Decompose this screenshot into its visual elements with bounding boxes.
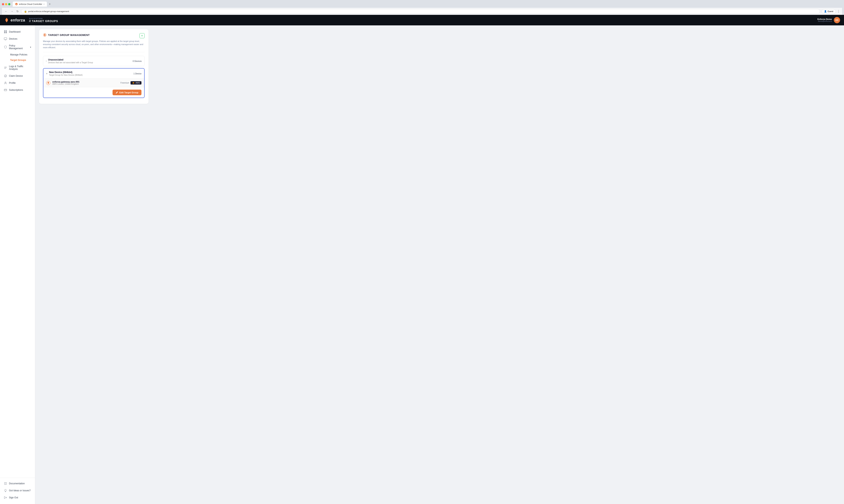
browser-nav-bar: ← → ↻ 🔒 portal.enforza.io/target-group-m… bbox=[2, 8, 842, 15]
guest-button[interactable]: 👤 Guest bbox=[822, 9, 836, 14]
browser-chrome: E enforza Cloud Controller × + ← → ↻ 🔒 p… bbox=[0, 0, 844, 15]
new-tab-button[interactable]: + bbox=[48, 2, 52, 6]
lightbulb-icon bbox=[4, 489, 7, 492]
svg-rect-5 bbox=[6, 32, 7, 33]
aws-label: AWS bbox=[136, 82, 140, 84]
device-location: AWS London, United Kingdom bbox=[52, 83, 121, 85]
main-layout: Dashboard Devices Policy Man bbox=[0, 25, 844, 504]
user-icon bbox=[4, 82, 7, 85]
back-button[interactable]: ← bbox=[4, 10, 8, 13]
monitor-icon bbox=[4, 37, 7, 40]
claim-icon bbox=[4, 74, 7, 77]
sidebar-item-manage-policies[interactable]: Manage Policies bbox=[8, 52, 33, 57]
close-window-button[interactable] bbox=[2, 3, 4, 5]
chevron-down-icon: ∨ bbox=[46, 72, 48, 75]
user-email: demo@enforza.io bbox=[817, 20, 832, 22]
manage-policies-label: Manage Policies bbox=[10, 53, 27, 56]
svg-rect-14 bbox=[4, 89, 7, 91]
tg-unassociated-sub: Devices that are not associated with a T… bbox=[48, 61, 93, 64]
target-group-card: TARGET GROUP MANAGEMENT + Manage your de… bbox=[39, 29, 149, 104]
chevron-down-icon: ▾ bbox=[30, 46, 31, 48]
sidebar-sub-policy: Manage Policies Target Groups bbox=[2, 52, 33, 63]
sidebar: Dashboard Devices Policy Man bbox=[0, 25, 35, 504]
tab-favicon-icon: E bbox=[15, 3, 18, 5]
tab-close-button[interactable]: × bbox=[44, 3, 45, 5]
nav-left: enforza NAVIGATION // TARGET GROUPS bbox=[4, 17, 58, 23]
card-title-row: TARGET GROUP MANAGEMENT bbox=[43, 33, 90, 37]
active-tab[interactable]: E enforza Cloud Controller × bbox=[13, 2, 47, 7]
tg-unassociated-info: Unassociated Devices that are not associ… bbox=[48, 58, 93, 64]
edit-target-group-label: Edit Target Group bbox=[119, 91, 138, 94]
credit-card-icon bbox=[4, 88, 7, 92]
sidebar-item-logs[interactable]: Logs & Traffic Analysis bbox=[2, 63, 33, 72]
sidebar-policy-label: Policy Management bbox=[9, 44, 28, 50]
chevron-right-icon: › bbox=[46, 60, 47, 62]
sidebar-logs-label: Logs & Traffic Analysis bbox=[9, 65, 31, 70]
device-flame-icon bbox=[46, 81, 50, 85]
sidebar-documentation-label: Documentation bbox=[9, 482, 25, 485]
tg-new-device-name: New Device (084bb4) bbox=[49, 71, 83, 74]
top-nav: enforza NAVIGATION // TARGET GROUPS Enfo… bbox=[0, 15, 844, 25]
sidebar-item-claim-device[interactable]: Claim Device bbox=[2, 73, 33, 79]
sidebar-profile-label: Profile bbox=[9, 82, 16, 84]
sidebar-bottom: Documentation Got Ideas or Issues? bbox=[0, 478, 35, 501]
tg-unassociated-name: Unassociated bbox=[48, 58, 93, 61]
tg-new-device-badge: 1 Device bbox=[134, 72, 141, 75]
card-description: Manage your devices by associating them … bbox=[43, 40, 144, 52]
sidebar-item-subscriptions[interactable]: Subscriptions bbox=[2, 87, 33, 93]
user-avatar[interactable]: ED bbox=[834, 17, 840, 23]
nav-label: NAVIGATION bbox=[29, 18, 58, 19]
app-container: enforza NAVIGATION // TARGET GROUPS Enfo… bbox=[0, 15, 844, 504]
traffic-lights bbox=[2, 3, 10, 5]
maximize-window-button[interactable] bbox=[8, 3, 10, 5]
logo[interactable]: enforza bbox=[4, 17, 25, 23]
refresh-button[interactable]: ↻ bbox=[16, 10, 19, 13]
sidebar-item-policy-management[interactable]: Policy Management ▾ bbox=[2, 42, 33, 52]
edit-target-group-button[interactable]: Edit Target Group bbox=[113, 90, 141, 95]
nav-page-title: // TARGET GROUPS bbox=[29, 19, 58, 23]
sidebar-item-feedback[interactable]: Got Ideas or Issues? bbox=[2, 487, 33, 494]
sidebar-subscriptions-label: Subscriptions bbox=[9, 89, 23, 91]
svg-rect-3 bbox=[6, 31, 7, 32]
tab-title: enforza Cloud Controller bbox=[19, 3, 42, 5]
target-groups-label: Target Groups bbox=[10, 59, 26, 61]
content-area: TARGET GROUP MANAGEMENT + Manage your de… bbox=[35, 25, 844, 504]
more-options-button[interactable]: ⋮ bbox=[837, 10, 840, 13]
secure-icon: 🔒 bbox=[24, 10, 27, 13]
sidebar-item-dashboard[interactable]: Dashboard bbox=[2, 29, 33, 35]
sidebar-item-signout[interactable]: Sign Out bbox=[2, 494, 33, 501]
sidebar-signout-label: Sign Out bbox=[9, 496, 18, 499]
forward-button[interactable]: → bbox=[10, 10, 14, 13]
shield-icon bbox=[4, 46, 7, 49]
sidebar-item-profile[interactable]: Profile bbox=[2, 79, 33, 86]
tg-unassociated-badge: 0 Devices bbox=[133, 60, 142, 62]
sidebar-feedback-label: Got Ideas or Issues? bbox=[9, 489, 31, 492]
device-tier-badge: Freemium bbox=[121, 82, 129, 84]
card-title: TARGET GROUP MANAGEMENT bbox=[48, 34, 90, 36]
target-group-new-device: ∨ New Device (084bb4) Target Group for N… bbox=[43, 68, 144, 98]
svg-rect-2 bbox=[4, 31, 5, 32]
target-group-unassociated-header[interactable]: › Unassociated Devices that are not asso… bbox=[43, 56, 144, 66]
sidebar-item-target-groups[interactable]: Target Groups bbox=[8, 57, 33, 63]
target-group-icon bbox=[43, 33, 47, 37]
minimize-window-button[interactable] bbox=[5, 3, 7, 5]
url-text: portal.enforza.io/target-group-managemen… bbox=[28, 10, 817, 13]
user-circle-icon: 👤 bbox=[824, 10, 827, 13]
address-bar[interactable]: 🔒 portal.enforza.io/target-group-managem… bbox=[21, 9, 820, 14]
sidebar-claim-label: Claim Device bbox=[9, 75, 23, 77]
svg-rect-4 bbox=[4, 32, 5, 33]
sidebar-item-documentation[interactable]: Documentation bbox=[2, 480, 33, 487]
card-header: TARGET GROUP MANAGEMENT + bbox=[43, 33, 144, 38]
list-icon bbox=[4, 66, 7, 69]
target-group-new-device-header[interactable]: ∨ New Device (084bb4) Target Group for N… bbox=[44, 69, 144, 78]
svg-point-12 bbox=[4, 75, 7, 77]
add-target-group-button[interactable]: + bbox=[139, 33, 144, 38]
device-name: enforza-gateway-aws-001 bbox=[52, 80, 121, 83]
sidebar-dashboard-label: Dashboard bbox=[9, 31, 20, 33]
user-info: Enforza Demo demo@enforza.io bbox=[817, 18, 832, 22]
sidebar-item-devices[interactable]: Devices bbox=[2, 36, 33, 42]
browser-actions: 👤 Guest ⋮ bbox=[822, 9, 840, 14]
browser-tabs: E enforza Cloud Controller × + bbox=[2, 2, 842, 7]
user-name: Enforza Demo bbox=[817, 18, 832, 20]
edit-target-group-section: Edit Target Group bbox=[44, 87, 144, 97]
